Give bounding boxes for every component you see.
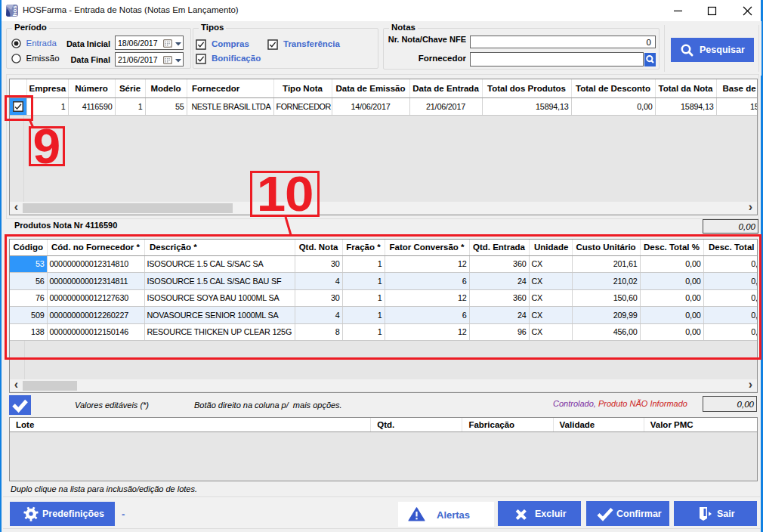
svg-text:hos: hos bbox=[11, 5, 18, 17]
